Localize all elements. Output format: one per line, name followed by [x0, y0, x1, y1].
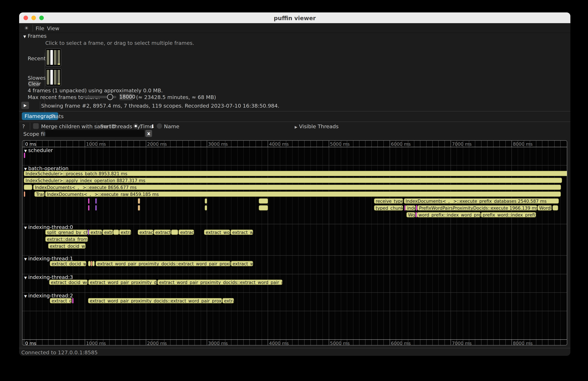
scope-bar[interactable]: [416, 205, 417, 211]
scope-bar[interactable]: [24, 153, 25, 158]
scope-bar[interactable]: extract_docid_word: [48, 243, 85, 249]
scope-bar[interactable]: IndexDocuments<_, _>::execute_prefix_dat…: [404, 198, 559, 204]
thread-label[interactable]: ▼batch-operation: [24, 166, 68, 171]
scope-bar[interactable]: [138, 205, 140, 211]
thread-label[interactable]: ▼scheduler: [24, 147, 53, 153]
frame-bar-selected[interactable]: [50, 70, 53, 85]
scope-bar[interactable]: typed_chunk::w: [374, 205, 403, 211]
menu-file[interactable]: File: [36, 25, 44, 31]
scope-bar[interactable]: prefix_word::index_prefix_wo: [481, 212, 536, 217]
scope-bar[interactable]: IndexScheduler>::apply_index_operation 8…: [24, 178, 562, 183]
scope-bar[interactable]: [88, 205, 89, 211]
scope-bar[interactable]: index: [405, 205, 416, 211]
thread-label[interactable]: ▼indexing-thread:3: [24, 274, 73, 280]
scope-bar[interactable]: word_prefix::index_word_prefix: [417, 212, 481, 217]
frame-bar[interactable]: [54, 70, 57, 85]
frame-bar[interactable]: [54, 50, 57, 65]
scope-bar[interactable]: [24, 185, 32, 190]
scope-bar[interactable]: extract_word: [204, 230, 230, 235]
scope-bar[interactable]: [138, 198, 140, 204]
sort-direction-arrow-icon[interactable]: ⬇: [150, 123, 155, 129]
scope-bar[interactable]: extract_wo: [231, 261, 253, 266]
play-button[interactable]: ▶: [21, 102, 29, 109]
ruler-tick: [115, 339, 116, 345]
scope-bar[interactable]: extract_word_pair_proximity_docids::extr…: [88, 298, 222, 303]
scope-bar[interactable]: extract: [179, 230, 194, 235]
tab-stats[interactable]: Stats: [50, 113, 63, 119]
scope-bar[interactable]: extract_docid_word: [49, 280, 88, 285]
scope-bar[interactable]: extract_word_pair_proximity_docids::extr…: [157, 280, 282, 285]
scope-bar[interactable]: receive_typed_: [374, 198, 403, 204]
ruler-tick: [73, 141, 73, 147]
scope-bar[interactable]: extract_doc: [50, 298, 72, 303]
scope-bar[interactable]: extract: [89, 230, 102, 235]
theme-toggle-icon[interactable]: ☀: [24, 25, 29, 31]
scope-bar[interactable]: extract_word_pair_proximity_docids: [88, 280, 157, 285]
scope-bar[interactable]: [72, 298, 74, 303]
scope-bar[interactable]: [259, 198, 268, 204]
scope-bar[interactable]: Trans: [34, 191, 44, 197]
ruler-tick: [42, 141, 42, 147]
scope-bar[interactable]: [205, 205, 207, 211]
frame-bar[interactable]: [47, 70, 49, 85]
scope-bar[interactable]: extra: [103, 230, 113, 235]
frame-bar[interactable]: [58, 70, 60, 85]
frames-header[interactable]: ▼ Frames: [23, 33, 47, 39]
separator: [30, 123, 30, 130]
scope-bar[interactable]: [553, 205, 558, 211]
scope-bar[interactable]: [259, 205, 268, 211]
thread-label[interactable]: ▼indexing-thread:2: [24, 293, 73, 298]
scope-bar[interactable]: [205, 198, 207, 204]
scope-bar[interactable]: [88, 198, 89, 204]
scope-bar[interactable]: WordPr: [538, 205, 552, 211]
sort-name-label[interactable]: Name: [164, 123, 179, 129]
scope-filter-input[interactable]: [45, 130, 144, 137]
scope-bar[interactable]: IndexScheduler>::process_batch 8953.821 …: [24, 171, 567, 176]
scope-bar[interactable]: extrac: [119, 230, 131, 235]
scope-bar[interactable]: extract_: [138, 230, 153, 235]
scope-bar[interactable]: [91, 261, 92, 266]
max-frames-value[interactable]: 18000: [119, 93, 133, 100]
scope-bar[interactable]: [24, 191, 25, 197]
scope-bar[interactable]: IndexDocuments<_, _>::execute_raw 8459.1…: [45, 191, 561, 197]
timeline-panel[interactable]: 0 ms0 ms1000 ms1000 ms2000 ms2000 ms3000…: [22, 140, 567, 345]
scope-bar[interactable]: extract_word_pair_proximity_docids::extr…: [96, 261, 231, 266]
frame-bar[interactable]: [47, 50, 49, 65]
scope-bar[interactable]: [92, 261, 95, 266]
scope-bar[interactable]: split_grenad_by_chun: [45, 230, 88, 235]
thread-label[interactable]: ▼indexing-thread:0: [24, 224, 73, 230]
section-separator: [22, 165, 567, 166]
slowest-frames-thumbnail[interactable]: [45, 68, 62, 86]
clear-button[interactable]: Clear: [28, 81, 39, 87]
sort-name-radio[interactable]: [157, 123, 162, 129]
scope-bar[interactable]: extract_docid_word: [50, 261, 86, 266]
scope-bar[interactable]: [113, 230, 119, 235]
scope-bar[interactable]: Word: [406, 212, 415, 217]
scope-bar[interactable]: [95, 198, 97, 204]
scope-bar[interactable]: IndexDocuments<_, _>::execute 8656.677 m…: [33, 185, 561, 190]
scope-bar[interactable]: PrefixWordPairsProximityDocids::execute …: [417, 205, 537, 211]
scope-bar[interactable]: [171, 230, 178, 235]
slider-knob[interactable]: [107, 94, 113, 100]
menu-view[interactable]: View: [47, 25, 59, 31]
thread-label[interactable]: ▼indexing-thread:1: [24, 256, 73, 261]
scope-bar[interactable]: [95, 205, 97, 211]
clear-filter-button[interactable]: x: [145, 130, 152, 137]
merge-children-checkbox[interactable]: [33, 123, 39, 129]
scope-bar[interactable]: extract_wo: [231, 230, 253, 235]
recent-frames-thumbnail[interactable]: [45, 48, 62, 66]
visible-threads-toggle[interactable]: ▶ Visible Threads: [295, 123, 339, 129]
ruler-tick: [359, 141, 359, 147]
ruler-tick: [207, 339, 207, 345]
help-button[interactable]: ?: [22, 123, 25, 129]
ruler-label: 2000 ms: [147, 142, 167, 147]
sort-time-radio[interactable]: [133, 123, 138, 129]
scope-bar[interactable]: extract::data_from_ob: [45, 236, 88, 242]
ruler-tick: [414, 339, 414, 345]
scope-bar[interactable]: [416, 212, 417, 217]
scope-bar[interactable]: extract_w: [154, 230, 171, 235]
frame-bar-selected[interactable]: [50, 50, 53, 65]
scope-bar[interactable]: extrac: [222, 298, 234, 303]
scope-bar[interactable]: [88, 261, 91, 266]
frame-bar[interactable]: [58, 50, 60, 65]
